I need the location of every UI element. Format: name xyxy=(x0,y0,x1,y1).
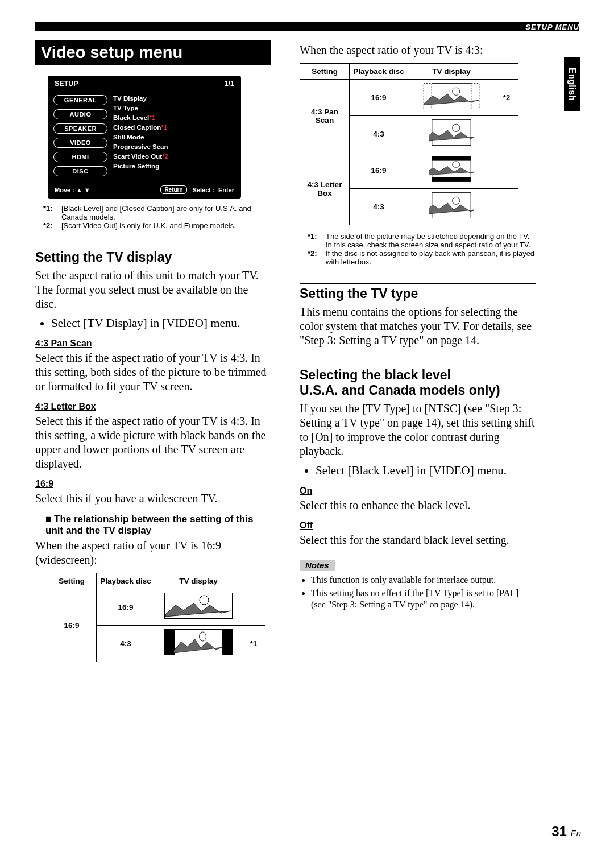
thumb-43pan-169 xyxy=(408,80,495,116)
svg-rect-10 xyxy=(432,156,471,160)
osd-item-tv-type[interactable]: TV Type xyxy=(113,105,234,111)
page-number: 31 En xyxy=(551,824,581,840)
note-item-1: This function is only available for inte… xyxy=(311,574,536,585)
osd-setup-label: SETUP xyxy=(55,80,78,88)
osd-tab-hdmi[interactable]: HDMI xyxy=(53,152,107,162)
osd-item-tv-display[interactable]: TV Display xyxy=(113,95,234,102)
subhead-on: On xyxy=(300,486,536,496)
osd-item-black-level[interactable]: Black Level*1 xyxy=(113,114,234,121)
language-side-tab-label: English xyxy=(567,68,577,101)
note-item-2: This setting has no effect if the [TV Ty… xyxy=(311,588,536,609)
subhead-relationship: ■ The relationship between the setting o… xyxy=(45,514,271,536)
osd-return-button[interactable]: Return xyxy=(160,185,186,194)
table-169: Setting Playback disc TV display 16:9 16… xyxy=(47,573,265,662)
svg-rect-4 xyxy=(222,630,233,655)
osd-tab-audio[interactable]: AUDIO xyxy=(53,109,107,119)
thumb-169-43 xyxy=(155,626,242,662)
osd-item-still-mode[interactable]: Still Mode xyxy=(113,134,234,140)
svg-rect-11 xyxy=(432,177,471,181)
thumb-43lb-169 xyxy=(408,152,495,189)
notes-list: This function is only available for inte… xyxy=(300,574,536,610)
table-footnote-2: *2: If the disc is not assigned to play … xyxy=(308,249,536,266)
osd-page-indicator: 1/1 xyxy=(225,80,234,88)
osd-tab-general[interactable]: GENERAL xyxy=(53,95,107,105)
thumb-43pan-43 xyxy=(408,116,495,152)
table-43: Setting Playback disc TV display 4:3 Pan… xyxy=(300,63,518,225)
text-relation-169: When the aspect ratio of your TV is 16:9… xyxy=(35,539,271,567)
osd-move-label: Move : ▲ ▼ xyxy=(55,187,90,193)
text-tv-type: This menu contains the options for selec… xyxy=(300,305,536,348)
heading-black-level: Selecting the black level U.S.A. and Can… xyxy=(300,367,536,398)
text-on: Select this to enhance the black level. xyxy=(300,498,536,512)
osd-footnote-1: *1: [Black Level] and [Closed Caption] a… xyxy=(43,204,271,221)
thumb-43lb-43 xyxy=(408,189,495,225)
svg-rect-8 xyxy=(432,119,471,145)
page-title: Video setup menu xyxy=(35,40,271,65)
text-off: Select this for the standard black level… xyxy=(300,533,536,547)
osd-footnote-2: *2: [Scart Video Out] is only for U.K. a… xyxy=(43,221,271,230)
bullet-select-black-level: Select [Black Level] in [VIDEO] menu. xyxy=(316,463,536,478)
notes-badge: Notes xyxy=(300,560,335,571)
svg-rect-5 xyxy=(432,83,471,109)
subhead-43-panscan: 4:3 Pan Scan xyxy=(35,338,271,349)
text-43-letterbox: Select this if the aspect ratio of your … xyxy=(35,414,271,471)
header-setup-menu: SETUP MENU xyxy=(525,23,579,31)
header-bar xyxy=(35,22,579,31)
text-relation-43: When the aspect ratio of your TV is 4:3: xyxy=(300,43,536,57)
osd-item-scart-video-out[interactable]: Scart Video Out*2 xyxy=(113,153,234,160)
heading-tv-display: Setting the TV display xyxy=(35,250,271,265)
language-side-tab: English xyxy=(564,57,580,111)
subhead-169: 16:9 xyxy=(35,479,271,489)
osd-tab-video[interactable]: VIDEO xyxy=(53,138,107,148)
osd-tab-disc[interactable]: DISC xyxy=(53,166,107,176)
text-169: Select this if you have a widescreen TV. xyxy=(35,491,271,506)
osd-panel: SETUP 1/1 GENERAL AUDIO SPEAKER VIDEO HD… xyxy=(48,76,241,199)
text-black-level-intro: If you set the [TV Type] to [NTSC] (see … xyxy=(300,402,536,458)
thumb-169-169 xyxy=(155,589,242,626)
heading-tv-type: Setting the TV type xyxy=(300,286,536,301)
bullet-select-tv-display: Select [TV Display] in [VIDEO] menu. xyxy=(51,316,271,330)
svg-rect-12 xyxy=(432,192,471,218)
table-footnote-1: *1: The side of the picture may be stret… xyxy=(308,232,536,249)
svg-rect-3 xyxy=(165,630,175,655)
osd-item-progressive-scan[interactable]: Progressive Scan xyxy=(113,143,234,150)
osd-select-label: Select : Enter xyxy=(193,187,234,193)
text-tv-display-intro: Set the aspect ratio of this unit to mat… xyxy=(35,268,271,311)
osd-item-closed-caption[interactable]: Closed Caption*1 xyxy=(113,124,234,131)
text-43-panscan: Select this if the aspect ratio of your … xyxy=(35,351,271,394)
osd-item-picture-setting[interactable]: Picture Setting xyxy=(113,163,234,170)
subhead-43-letterbox: 4:3 Letter Box xyxy=(35,402,271,412)
osd-tab-speaker[interactable]: SPEAKER xyxy=(53,123,107,134)
subhead-off: Off xyxy=(300,520,536,531)
svg-rect-7 xyxy=(471,83,479,109)
